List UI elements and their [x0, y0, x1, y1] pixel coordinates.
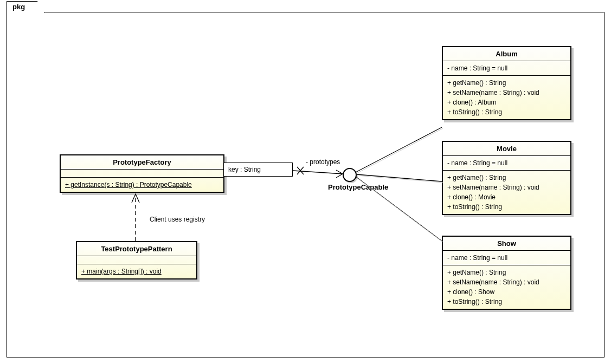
op: + getName() : String	[447, 268, 566, 277]
operations-compartment: + main(args : String[]) : void	[77, 264, 196, 278]
attr: - name : String = null	[447, 253, 566, 263]
attributes-compartment	[61, 170, 223, 178]
class-title: Album	[443, 47, 570, 61]
dependency-label: Client uses registry	[150, 216, 205, 223]
op: + main(args : String[]) : void	[81, 266, 192, 276]
interface-label: PrototypeCapable	[328, 183, 388, 191]
class-show: Show - name : String = null + getName() …	[442, 236, 571, 310]
package-tab: pkg	[7, 1, 45, 13]
attr: - name : String = null	[447, 158, 566, 168]
operations-compartment: + getName() : String + setName(name : St…	[443, 76, 570, 119]
operations-compartment: + getInstance(s : String) : PrototypeCap…	[61, 178, 223, 192]
op: + setName(name : String) : void	[447, 88, 566, 98]
operations-compartment: + getName() : String + setName(name : St…	[443, 171, 570, 214]
attributes-compartment	[77, 256, 196, 264]
role-prototypes-label: - prototypes	[306, 158, 340, 166]
attributes-compartment: - name : String = null	[443, 156, 570, 171]
op: + getName() : String	[447, 173, 566, 183]
qualifier-text: key : String	[228, 166, 261, 173]
op: + setName(name : String) : void	[447, 277, 566, 287]
attr: - name : String = null	[447, 63, 566, 73]
op: + clone() : Show	[447, 287, 566, 297]
operations-compartment: + getName() : String + setName(name : St…	[443, 265, 570, 309]
op: + setName(name : String) : void	[447, 183, 566, 192]
attributes-compartment: - name : String = null	[443, 251, 570, 265]
op: + clone() : Movie	[447, 192, 566, 202]
diagram-canvas: pkg PrototypeFactory + getInstance(s : S…	[0, 0, 611, 364]
class-test-prototype-pattern: TestPrototypePattern + main(args : Strin…	[76, 241, 197, 280]
op: + clone() : Album	[447, 98, 566, 107]
class-prototype-factory: PrototypeFactory + getInstance(s : Strin…	[60, 154, 224, 193]
attributes-compartment: - name : String = null	[443, 61, 570, 76]
class-title: TestPrototypePattern	[77, 242, 196, 256]
qualifier-box: key : String	[223, 162, 293, 177]
class-movie: Movie - name : String = null + getName()…	[442, 141, 571, 215]
interface-lollipop-icon	[343, 168, 357, 182]
class-title: Movie	[443, 142, 570, 156]
class-title: PrototypeFactory	[61, 155, 223, 170]
class-album: Album - name : String = null + getName()…	[442, 46, 571, 120]
op: + toString() : String	[447, 107, 566, 117]
op: + toString() : String	[447, 202, 566, 212]
class-title: Show	[443, 237, 570, 251]
op: + toString() : String	[447, 297, 566, 307]
op: + getInstance(s : String) : PrototypeCap…	[65, 180, 219, 190]
op: + getName() : String	[447, 78, 566, 88]
